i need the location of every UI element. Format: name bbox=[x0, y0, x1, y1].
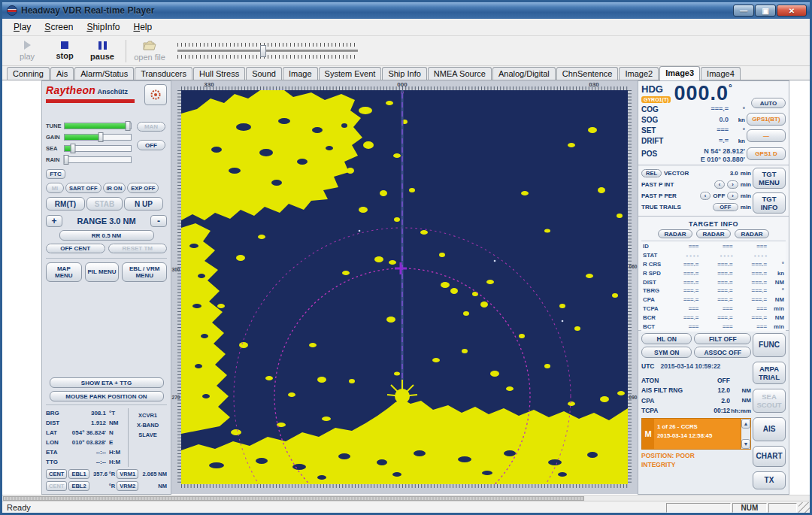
rel-vector-button[interactable]: REL bbox=[641, 169, 662, 177]
tx-button[interactable]: TX bbox=[753, 471, 786, 489]
tab[interactable]: System Event bbox=[319, 67, 382, 80]
range-minus-button[interactable]: - bbox=[150, 215, 167, 227]
vrm2-button[interactable]: VRM2 bbox=[117, 481, 138, 491]
menu-item[interactable]: Help bbox=[126, 20, 159, 35]
slider-thumb[interactable] bbox=[125, 121, 130, 131]
vrm1-button[interactable]: VRM1 bbox=[117, 469, 138, 479]
seek-slider[interactable] bbox=[177, 43, 358, 59]
menu-item[interactable]: Play bbox=[7, 20, 38, 35]
alarm-message-box[interactable]: M 1 of 26 - CCRS 2015-03-14 12:58:45 ▲ ▼ bbox=[641, 418, 751, 450]
tab[interactable]: Ais bbox=[50, 67, 74, 80]
arpa-trial-button[interactable]: ARPA TRIAL bbox=[753, 362, 786, 384]
cent2-button[interactable]: CENT bbox=[46, 481, 67, 491]
ir-on-button[interactable]: IR ON bbox=[103, 183, 126, 193]
radar-source-button[interactable]: RADAR bbox=[696, 229, 731, 238]
mi-button[interactable]: MI bbox=[46, 183, 64, 193]
slider-track[interactable] bbox=[64, 156, 132, 163]
sym-on-button[interactable]: SYM ON bbox=[641, 347, 692, 358]
tab[interactable]: Image4 bbox=[701, 67, 741, 80]
ebl-vrm-menu-button[interactable]: EBL / VRM MENU bbox=[122, 262, 167, 282]
tab[interactable]: Ship Info bbox=[382, 67, 426, 80]
mouse-park-button[interactable]: MOUSE PARK POSITION ON bbox=[50, 391, 164, 401]
off-button[interactable]: OFF bbox=[137, 140, 165, 150]
past-per-decrease-button[interactable]: ‹ bbox=[700, 192, 711, 200]
tab[interactable]: Image bbox=[283, 67, 318, 80]
stab-button[interactable]: STAB bbox=[86, 197, 123, 211]
reset-tm-button[interactable]: RESET TM bbox=[108, 244, 168, 253]
filt-off-button[interactable]: FILT OFF bbox=[694, 333, 751, 344]
assoc-off-button[interactable]: ASSOC OFF bbox=[694, 347, 751, 358]
slider-track[interactable] bbox=[64, 123, 132, 129]
slider-thumb[interactable] bbox=[63, 155, 68, 165]
ebl2-button[interactable]: EBL2 bbox=[68, 481, 89, 491]
stop-button[interactable]: stop bbox=[46, 38, 83, 65]
tab[interactable]: Alarm/Status bbox=[74, 67, 134, 80]
tab[interactable]: ChnSentence bbox=[556, 67, 619, 80]
target-table-row: TCPA === === === min bbox=[643, 304, 784, 314]
tab[interactable]: Sound bbox=[246, 67, 282, 80]
sea-scout-button[interactable]: SEA SCOUT bbox=[753, 389, 786, 413]
maximize-button[interactable]: ▣ bbox=[755, 5, 776, 17]
past-per-increase-button[interactable]: › bbox=[727, 192, 738, 200]
pil-menu-button[interactable]: PIL MENU bbox=[85, 262, 120, 282]
slider-thumb[interactable] bbox=[98, 132, 104, 142]
resize-grip[interactable] bbox=[798, 502, 810, 513]
n-up-button[interactable]: N UP bbox=[124, 197, 163, 211]
gps1-d-button[interactable]: GPS1 D bbox=[747, 147, 786, 160]
man-button[interactable]: MAN bbox=[137, 122, 165, 132]
alarm-scroll-down-button[interactable]: ▼ bbox=[741, 439, 750, 449]
tab[interactable]: Conning bbox=[7, 67, 50, 80]
exp-off-button[interactable]: EXP OFF bbox=[127, 183, 159, 193]
tab[interactable]: Hull Stress bbox=[193, 67, 245, 80]
slider-track[interactable] bbox=[64, 134, 132, 141]
tgt-menu-button[interactable]: TGT MENU bbox=[753, 168, 786, 189]
radar-source-button[interactable]: RADAR bbox=[735, 229, 769, 238]
target-value-3: ===.= bbox=[735, 287, 769, 294]
range-rings-button[interactable]: RR 0.5 NM bbox=[59, 230, 154, 241]
horizontal-scrollbar[interactable] bbox=[2, 495, 810, 501]
auto-button[interactable]: AUTO bbox=[751, 98, 786, 108]
alarm-scroll-up-button[interactable]: ▲ bbox=[741, 419, 750, 429]
gps1-bt-button[interactable]: GPS1(BT) bbox=[747, 113, 786, 126]
brand-gear-button[interactable] bbox=[144, 84, 167, 105]
ais-button[interactable]: AIS bbox=[753, 417, 786, 441]
hl-on-button[interactable]: HL ON bbox=[641, 333, 692, 344]
rm-t-button[interactable]: RM(T) bbox=[46, 197, 85, 211]
ftc-button[interactable]: FTC bbox=[46, 169, 65, 179]
tab[interactable]: NMEA Source bbox=[428, 67, 492, 80]
tab[interactable]: Transducers bbox=[135, 67, 192, 80]
seek-track[interactable] bbox=[177, 50, 358, 52]
slider-track[interactable] bbox=[64, 145, 132, 152]
radar-source-button[interactable]: RADAR bbox=[658, 229, 692, 238]
ebl1-button[interactable]: EBL1 bbox=[68, 469, 89, 479]
open-file-button[interactable]: open file bbox=[131, 38, 168, 65]
tgt-info-button[interactable]: TGT INFO bbox=[753, 192, 786, 214]
num-indicator: NUM bbox=[732, 503, 767, 513]
pause-button[interactable]: pause bbox=[83, 38, 121, 65]
true-trails-button[interactable]: OFF bbox=[713, 203, 738, 211]
tab[interactable]: Image2 bbox=[619, 67, 659, 80]
cent1-button[interactable]: CENT bbox=[46, 469, 67, 479]
sart-off-button[interactable]: SART OFF bbox=[65, 183, 102, 193]
show-eta-button[interactable]: SHOW ETA + TTG bbox=[50, 377, 164, 388]
map-menu-button[interactable]: MAP MENU bbox=[46, 262, 82, 282]
set-drift-source-button[interactable]: — bbox=[747, 129, 786, 142]
play-button[interactable]: play bbox=[8, 38, 46, 65]
func-button[interactable]: FUNC bbox=[753, 333, 786, 357]
past-int-decrease-button[interactable]: ‹ bbox=[714, 180, 726, 189]
alarm-timestamp: 2015-03-14 12:58:45 bbox=[657, 432, 739, 441]
slider-thumb[interactable] bbox=[70, 144, 75, 153]
tab[interactable]: Analog/Digital bbox=[492, 67, 556, 80]
minimize-button[interactable]: — bbox=[733, 5, 754, 17]
menu-item[interactable]: ShipInfo bbox=[80, 20, 126, 35]
chart-button[interactable]: CHART bbox=[753, 446, 786, 467]
range-plus-button[interactable]: + bbox=[46, 215, 62, 227]
seek-thumb[interactable] bbox=[260, 45, 266, 57]
menu-item[interactable]: Screen bbox=[38, 20, 80, 35]
radar-ppi-display[interactable]: 330 000 030 300 270 060 090 bbox=[171, 80, 638, 494]
close-button[interactable]: ✕ bbox=[777, 5, 807, 17]
tab[interactable]: Image3 bbox=[659, 66, 700, 80]
past-int-increase-button[interactable]: › bbox=[727, 180, 738, 189]
off-cent-button[interactable]: OFF CENT bbox=[46, 244, 105, 253]
horizontal-scrollbar-thumb[interactable] bbox=[3, 496, 584, 501]
